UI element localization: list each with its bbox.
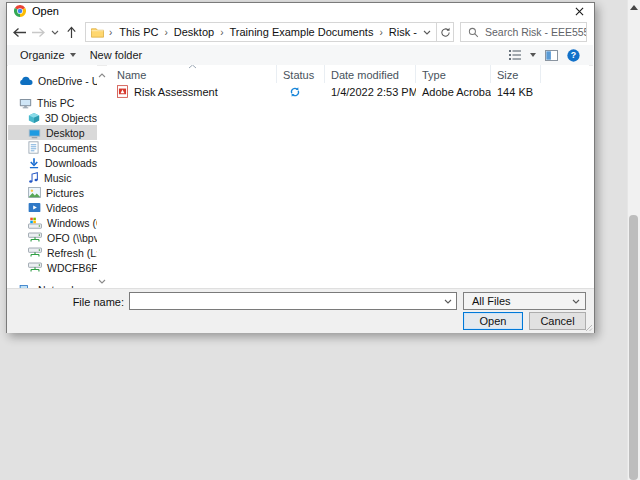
- sidebar-item-wdcfb6fpr04[interactable]: WDCFB6FPR04_(: [8, 260, 97, 275]
- pdf-icon: [117, 85, 128, 98]
- file-name-field: [129, 292, 457, 310]
- command-bar: Organize New folder ?: [7, 45, 593, 66]
- file-type-select[interactable]: All Files: [463, 292, 586, 310]
- column-header-size[interactable]: Size: [491, 65, 541, 83]
- music-icon: [28, 171, 39, 184]
- file-date-cell: 1/4/2022 2:53 PM: [325, 86, 416, 98]
- organize-label: Organize: [20, 49, 65, 61]
- help-button[interactable]: ?: [567, 49, 580, 62]
- column-headers: NameStatusDate modifiedTypeSize: [107, 65, 589, 83]
- dialog-footer: File name: All Files Open Cancel: [7, 288, 594, 333]
- sidebar-list: OneDrive - U.S. DeThis PC3D ObjectsDeskt…: [8, 65, 97, 288]
- drive-network-icon: [28, 232, 42, 244]
- sidebar-item-3d-objects[interactable]: 3D Objects: [8, 110, 97, 125]
- forward-button[interactable]: [30, 23, 46, 41]
- sidebar-item-videos[interactable]: Videos: [8, 200, 97, 215]
- back-button[interactable]: [11, 23, 27, 41]
- cloud-icon: [19, 76, 33, 86]
- column-label: Type: [422, 69, 446, 81]
- open-button[interactable]: Open: [463, 312, 523, 330]
- window-title: Open: [32, 5, 59, 17]
- column-header-date-modified[interactable]: Date modified: [325, 65, 416, 83]
- column-header-status[interactable]: Status: [277, 65, 325, 83]
- file-type-value: All Files: [472, 295, 511, 307]
- recent-locations-button[interactable]: [49, 23, 60, 41]
- svg-text:?: ?: [571, 50, 576, 60]
- file-size-cell: 144 KB: [491, 86, 541, 98]
- drive-network-icon: [28, 247, 42, 259]
- sidebar-item-label: This PC: [37, 97, 74, 109]
- file-row-risk-assessment[interactable]: Risk Assessment1/4/2022 2:53 PMAdobe Acr…: [107, 83, 589, 100]
- sidebar-item-label: Refresh (L:): [47, 247, 97, 259]
- sidebar-scroll-up-icon[interactable]: [98, 73, 106, 78]
- breadcrumb-list: This PC›Desktop›Training Example Documen…: [117, 26, 420, 38]
- column-header-type[interactable]: Type: [416, 65, 491, 83]
- sidebar-item-desktop[interactable]: Desktop: [8, 125, 97, 140]
- sidebar-item-label: Desktop: [46, 127, 85, 139]
- pictures-icon: [28, 187, 41, 198]
- search-placeholder: Search Risk - EEE555FFF674: [485, 26, 587, 38]
- navigation-bar: › This PC›Desktop›Training Example Docum…: [7, 19, 593, 45]
- sidebar-item-label: OneDrive - U.S. De: [38, 75, 97, 87]
- sidebar-item-onedrive-u-s-de[interactable]: OneDrive - U.S. De: [8, 73, 97, 88]
- file-name-cell: Risk Assessment: [107, 85, 277, 98]
- refresh-button[interactable]: [436, 22, 454, 42]
- preview-pane-button[interactable]: [545, 50, 558, 61]
- sidebar-item-label: Documents: [44, 142, 97, 154]
- sidebar-scroll-down-icon[interactable]: [98, 279, 106, 284]
- file-name-input[interactable]: [130, 294, 444, 308]
- sidebar-item-label: WDCFB6FPR04_(: [47, 262, 97, 274]
- organize-button[interactable]: Organize: [20, 49, 76, 61]
- breadcrumb-separator: ›: [162, 27, 169, 38]
- new-folder-label: New folder: [90, 49, 143, 61]
- sidebar-item-refresh-l[interactable]: Refresh (L:): [8, 245, 97, 260]
- sidebar-scrollbar[interactable]: [97, 65, 107, 288]
- sidebar-item-label: 3D Objects: [45, 112, 97, 124]
- chrome-icon: [14, 5, 26, 17]
- up-button[interactable]: [63, 23, 79, 41]
- folder-icon: [91, 27, 104, 38]
- sidebar-item-label: Windows (C:): [47, 217, 97, 229]
- file-name: Risk Assessment: [134, 86, 218, 98]
- sidebar-item-documents[interactable]: Documents: [8, 140, 97, 155]
- sidebar-item-label: Pictures: [46, 187, 84, 199]
- sidebar-item-label: Music: [44, 172, 71, 184]
- drive-network-icon: [28, 262, 42, 274]
- sidebar-item-music[interactable]: Music: [8, 170, 97, 185]
- close-button[interactable]: [564, 3, 594, 19]
- refresh-icon: [440, 27, 451, 38]
- breadcrumb-item-this-pc[interactable]: This PC: [117, 26, 160, 38]
- breadcrumb-item-desktop[interactable]: Desktop: [172, 26, 216, 38]
- sidebar-item-label: Downloads: [45, 157, 97, 169]
- page-scrollbar[interactable]: [627, 0, 640, 480]
- sidebar-item-windows-c[interactable]: Windows (C:): [8, 215, 97, 230]
- address-dropdown-icon[interactable]: [423, 30, 431, 35]
- breadcrumb-separator: ›: [377, 27, 384, 38]
- breadcrumb-item-training-example-documents[interactable]: Training Example Documents: [228, 26, 376, 38]
- page-scrollbar-thumb[interactable]: [629, 215, 638, 480]
- search-box[interactable]: Search Risk - EEE555FFF674: [460, 22, 587, 42]
- resize-grip[interactable]: [585, 324, 593, 332]
- document-icon: [28, 141, 39, 154]
- file-name-dropdown-icon[interactable]: [444, 299, 456, 304]
- desktop-icon: [28, 127, 41, 139]
- scroll-up-icon[interactable]: [630, 5, 638, 10]
- videos-icon: [28, 202, 41, 213]
- sidebar-item-pictures[interactable]: Pictures: [8, 185, 97, 200]
- sidebar-item-ofo-bpvhxwv[interactable]: OFO (\\bpvhxwv: [8, 230, 97, 245]
- cancel-button[interactable]: Cancel: [529, 312, 586, 330]
- change-view-button[interactable]: [509, 50, 521, 60]
- file-type-cell: Adobe Acrobat D...: [416, 86, 491, 98]
- sidebar-item-downloads[interactable]: Downloads: [8, 155, 97, 170]
- view-dropdown-icon[interactable]: [530, 53, 536, 57]
- cube-icon: [28, 112, 40, 124]
- address-bar[interactable]: › This PC›Desktop›Training Example Docum…: [85, 22, 437, 42]
- title-bar: Open: [7, 3, 594, 19]
- column-header-name[interactable]: Name: [107, 65, 277, 83]
- new-folder-button[interactable]: New folder: [90, 49, 143, 61]
- sidebar-group-gap: [8, 88, 97, 95]
- organize-dropdown-icon: [70, 53, 76, 57]
- column-label: Date modified: [331, 69, 399, 81]
- breadcrumb-item-risk-eee555fff674[interactable]: Risk - EEE555FFF674: [387, 26, 420, 38]
- sidebar-item-this-pc[interactable]: This PC: [8, 95, 97, 110]
